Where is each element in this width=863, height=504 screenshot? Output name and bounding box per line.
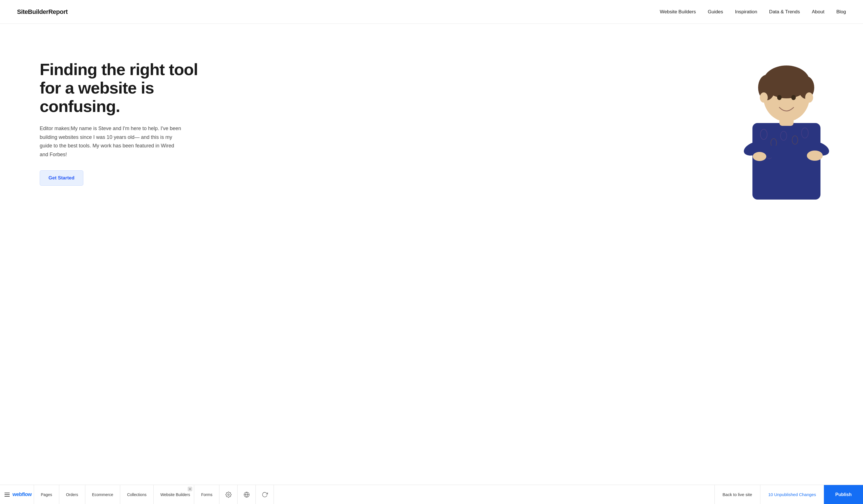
svg-point-13 (753, 152, 766, 161)
hero-body: Editor makes|My name is Steve and I'm he… (40, 124, 182, 159)
nav-link-data-&-trends[interactable]: Data & Trends (769, 9, 800, 14)
svg-point-12 (807, 151, 823, 161)
nav-links: Website BuildersGuidesInspirationData & … (660, 9, 846, 15)
svg-point-19 (777, 95, 781, 100)
nav-link-blog[interactable]: Blog (836, 9, 846, 14)
site-content: SiteBuilderReport Website BuildersGuides… (0, 0, 863, 485)
site-logo[interactable]: SiteBuilderReport (17, 8, 68, 16)
nav-link-inspiration[interactable]: Inspiration (735, 9, 757, 14)
hero-content: Finding the right tool for a website is … (40, 60, 199, 185)
hero-title: Finding the right tool for a website is … (40, 60, 199, 116)
site-navigation: SiteBuilderReport Website BuildersGuides… (0, 0, 863, 24)
hero-body-text: Editor makes|My name is Steve and I'm he… (40, 126, 181, 157)
person-illustration (727, 47, 846, 200)
nav-link-about[interactable]: About (812, 9, 824, 14)
nav-link-guides[interactable]: Guides (708, 9, 723, 14)
svg-point-20 (791, 95, 796, 100)
hero-section: Finding the right tool for a website is … (0, 24, 863, 217)
get-started-button[interactable]: Get Started (40, 171, 83, 186)
hero-image (727, 47, 846, 200)
svg-point-22 (805, 92, 813, 103)
nav-link-website-builders[interactable]: Website Builders (660, 9, 696, 14)
svg-point-21 (760, 92, 768, 103)
